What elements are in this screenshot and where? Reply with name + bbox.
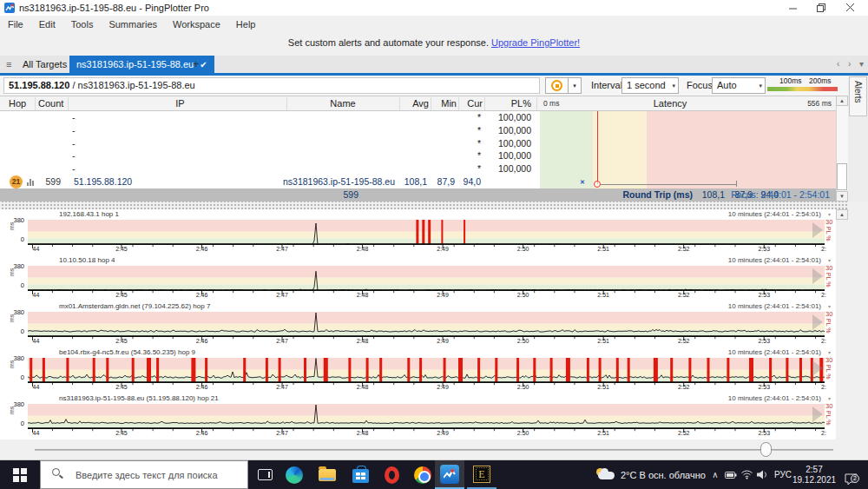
task-view-icon (258, 469, 273, 480)
focus-label: Focus (687, 76, 713, 96)
timeline-graph-hop-4[interactable]: be104.rbx-g4-nc5.fr.eu (54.36.50.235) ho… (0, 347, 836, 393)
chevron-down-icon[interactable]: ▾ (828, 349, 831, 355)
task-view-button[interactable] (250, 460, 279, 489)
col-hop[interactable]: Hop (9, 96, 26, 110)
graph-expand-arrow-icon[interactable] (812, 360, 823, 376)
timeline-graph-hop-5[interactable]: ns3181963.ip-51-195-88.eu (51.195.88.120… (0, 393, 836, 439)
pl-axis-max-label: 30 (825, 264, 832, 272)
col-ip[interactable]: IP (74, 96, 286, 110)
graph-hop-label: ns3181963.ip-51-195-88.eu (51.195.88.120… (59, 394, 219, 402)
graph-range-label[interactable]: 10 minutes (2:44:01 - 2:54:01) (728, 210, 821, 218)
game-taskbar-button[interactable]: E (467, 460, 496, 489)
tab-scroll-right-icon[interactable]: › (848, 56, 851, 73)
notification-center-button[interactable]: 2 (836, 460, 862, 489)
opera-taskbar-button[interactable] (377, 460, 406, 489)
language-indicator[interactable]: РУС (772, 460, 794, 489)
chevron-down-icon[interactable]: ▾ (828, 303, 831, 309)
graph-range-label[interactable]: 10 minutes (2:44:01 - 2:54:01) (728, 302, 821, 310)
panel-splitter[interactable] (0, 202, 848, 209)
table-row[interactable]: -*100,000 (0, 124, 538, 137)
y-axis-min-label: 0 (0, 281, 24, 289)
pingplotter-app-icon (4, 3, 15, 13)
wifi-icon[interactable] (739, 460, 754, 489)
start-button[interactable] (0, 460, 40, 489)
tab-scroll-left-icon[interactable]: ‹ (837, 56, 839, 73)
y-axis-unit-label: ms (9, 406, 15, 414)
x-axis-tick-label: 2:45 (115, 338, 128, 344)
store-taskbar-button[interactable] (345, 460, 375, 489)
new-tab-button[interactable]: + (193, 56, 200, 73)
chevron-down-icon[interactable]: ▾ (828, 211, 831, 217)
graph-expand-arrow-icon[interactable] (812, 314, 823, 330)
window-title: ns3181963.ip-51-195-88.eu - PingPlotter … (19, 0, 209, 16)
table-row[interactable]: -*100,000 (0, 162, 538, 175)
graphs-scrollbar-up-icon[interactable]: ▲ (836, 209, 848, 220)
chevron-down-icon[interactable]: ▾ (828, 395, 831, 401)
graph-expand-arrow-icon[interactable] (812, 406, 823, 422)
graph-expand-arrow-icon[interactable] (812, 268, 823, 284)
col-name[interactable]: Name (286, 96, 399, 110)
interval-select[interactable]: 1 second▾ (621, 77, 679, 94)
scrollbar-down-icon[interactable]: ▼ (836, 191, 848, 202)
volume-icon[interactable] (754, 460, 770, 489)
time-scroll-track[interactable] (35, 449, 833, 451)
col-avg[interactable]: Avg (401, 96, 429, 110)
col-min[interactable]: Min (431, 96, 457, 110)
bar-chart-icon[interactable] (27, 178, 37, 186)
edge-taskbar-button[interactable] (279, 460, 309, 489)
weather-widget[interactable]: 2°C В осн. облачно (595, 460, 706, 489)
tab-list-icon[interactable]: ≡ (6, 56, 11, 73)
scrollbar-up-icon[interactable]: ▲ (836, 96, 848, 106)
table-row[interactable]: -*100,000 (0, 137, 538, 150)
col-pl[interactable]: PL% (486, 96, 531, 110)
battery-icon[interactable] (723, 460, 739, 489)
scrollbar-thumb[interactable] (837, 163, 847, 190)
chevron-down-icon[interactable]: ▾ (828, 257, 831, 263)
pause-button[interactable] (545, 77, 569, 94)
graph-range-label[interactable]: 10 minutes (2:44:01 - 2:54:01) (728, 256, 821, 264)
x-axis-tick-label: 2:47 (276, 246, 288, 252)
tray-expand-icon[interactable]: ∧ (708, 460, 722, 489)
minimize-icon[interactable] (779, 0, 807, 16)
restore-icon[interactable] (807, 0, 836, 16)
search-input[interactable] (40, 460, 248, 489)
tab-list-dropdown-icon[interactable]: ▾ (859, 56, 864, 73)
upgrade-link[interactable]: Upgrade PingPlotter! (491, 37, 580, 48)
timeline-graph-hop-2[interactable]: 10.10.50.18 hop 410 minutes (2:44:01 - 2… (0, 255, 836, 301)
timeline-graph-hop-1[interactable]: 192.168.43.1 hop 110 minutes (2:44:01 - … (0, 209, 836, 255)
file-explorer-taskbar-button[interactable] (312, 460, 342, 489)
pingplotter-taskbar-button[interactable] (435, 460, 464, 489)
graphs-right-strip (836, 209, 868, 439)
latency-trace-plot[interactable] (28, 404, 825, 429)
clock[interactable]: 2:57 19.12.2021 (794, 460, 834, 489)
graph-range-label[interactable]: 10 minutes (2:44:01 - 2:54:01) (728, 348, 821, 356)
banner-text: Set custom alerts and automate your resp… (288, 37, 489, 48)
alerts-side-tab[interactable]: Alerts (849, 76, 867, 116)
x-axis-tick-label: 2:46 (196, 292, 208, 298)
tab-bar: ≡ All Targets✕ ns3181963.ip-51-195-88.eu… (0, 56, 868, 73)
x-axis-tick-label: 2:49 (437, 246, 449, 252)
latency-trace-plot[interactable] (28, 266, 825, 291)
graph-expand-arrow-icon[interactable] (812, 222, 823, 238)
cell-min: 87,9 (437, 175, 455, 188)
table-row-target[interactable]: 21 599 51.195.88.120 ns3181963.ip-51-195… (0, 175, 538, 188)
table-row[interactable]: -*100,000 (0, 149, 538, 162)
latency-trace-plot[interactable] (28, 312, 825, 337)
chrome-taskbar-button[interactable] (408, 460, 437, 489)
x-axis-tick-label: 2:53 (758, 338, 770, 344)
focus-select[interactable]: Auto▾ (712, 77, 766, 94)
target-address[interactable]: 51.195.88.120 / ns3181963.ip-51-195-88.e… (3, 77, 540, 94)
time-scroll-thumb[interactable] (760, 442, 772, 457)
column-separator (484, 97, 485, 110)
table-row[interactable]: -*100,000 (0, 111, 538, 124)
latency-graph-panel[interactable]: ✕ (540, 111, 836, 188)
close-icon[interactable] (836, 0, 865, 16)
col-cur[interactable]: Cur (458, 96, 483, 110)
pause-dropdown-button[interactable]: ▾ (568, 77, 582, 94)
graph-range-label[interactable]: 10 minutes (2:44:01 - 2:54:01) (728, 394, 821, 402)
col-count[interactable]: Count (38, 96, 63, 110)
timeline-graph-hop-3[interactable]: mx01.Amsterdam.gldn.net (79.104.225.62) … (0, 301, 836, 347)
latency-trace-plot[interactable] (28, 220, 825, 245)
latency-zone-green (540, 111, 593, 188)
latency-trace-plot[interactable] (28, 358, 825, 383)
